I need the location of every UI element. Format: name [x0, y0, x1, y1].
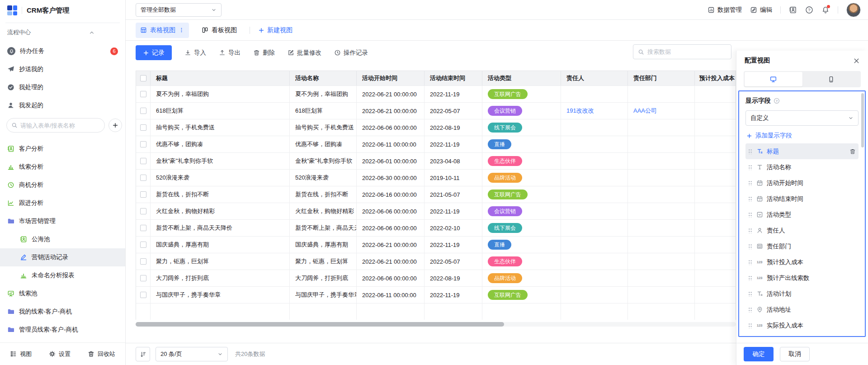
horizontal-scrollbar[interactable] — [136, 322, 736, 327]
data-scope-select[interactable]: 管理全部数据 — [136, 3, 222, 17]
field-item-dept[interactable]: 责任部门 — [745, 238, 859, 254]
edit-button[interactable]: 编辑 — [750, 6, 772, 14]
cancel-button[interactable]: 取消 — [780, 347, 810, 361]
batch-edit-button[interactable]: 批量修改 — [288, 49, 321, 57]
table-search-field[interactable] — [633, 44, 731, 59]
cell-title[interactable]: 火红金秋，购物好精彩 — [151, 203, 290, 219]
cell-dept-link[interactable] — [628, 203, 695, 219]
footer-view-button[interactable]: 视图 — [10, 350, 32, 358]
row-checkbox[interactable] — [140, 158, 146, 164]
notifications-button[interactable] — [821, 6, 830, 14]
confirm-button[interactable]: 确定 — [744, 347, 774, 361]
cell-owner-link[interactable] — [561, 220, 628, 236]
operation-log-button[interactable]: 操作记录 — [334, 49, 368, 57]
cell-title[interactable]: 新货在线，折扣不断 — [151, 186, 290, 203]
drag-handle-icon[interactable] — [748, 148, 752, 154]
cell-title[interactable]: 520浪漫来袭 — [151, 170, 290, 186]
row-checkbox[interactable] — [140, 275, 146, 281]
cell-owner-link[interactable] — [561, 287, 628, 303]
field-item-activity-type[interactable]: 活动类型 — [745, 207, 859, 223]
table-row[interactable]: 新货不断上架，商品天天降价 新货不断上架，商品天天降价 2022-06-06 0… — [136, 219, 736, 236]
sidebar-item-admin-leads[interactable]: 管理员线索-客户-商机 — [0, 321, 125, 339]
cell-dept-link[interactable] — [628, 270, 695, 286]
row-checkbox[interactable] — [140, 91, 146, 97]
field-item-activity-address[interactable]: 活动地址 — [745, 302, 859, 318]
cell-dept-link[interactable] — [628, 170, 695, 186]
footer-settings-button[interactable]: 设置 — [49, 350, 71, 358]
drag-handle-icon[interactable] — [748, 228, 752, 233]
column-header-end-time[interactable]: 活动结束时间 — [425, 71, 482, 85]
help-button[interactable]: ? — [805, 6, 813, 14]
sidebar-item-public-pool[interactable]: 公海池 — [0, 230, 125, 248]
cell-owner-link[interactable] — [561, 170, 628, 186]
cell-owner-link[interactable] — [561, 186, 628, 203]
drag-handle-icon[interactable] — [748, 243, 752, 249]
sidebar-item-followup-analysis[interactable]: 跟进分析 — [0, 194, 125, 212]
cell-title[interactable]: 与国庆甲子，携手奏华章 — [151, 287, 290, 303]
column-header-owner[interactable]: 责任人 — [561, 71, 628, 85]
delete-button[interactable]: 删除 — [253, 49, 275, 57]
sidebar-item-customer-analysis[interactable]: 客户分析 — [0, 140, 125, 158]
import-button[interactable]: 导入 — [184, 49, 206, 57]
cell-owner-link[interactable] — [561, 203, 628, 219]
cell-dept-link[interactable] — [628, 86, 695, 102]
add-form-button[interactable] — [108, 119, 122, 132]
form-search-field[interactable] — [6, 118, 105, 133]
table-row[interactable]: 新货在线，折扣不断 新货在线，折扣不断 2022-06-16 00:00:00 … — [136, 186, 736, 203]
field-item-end-time[interactable]: 7 活动结束时间 — [745, 191, 859, 207]
table-row[interactable]: 与国庆甲子，携手奏华章 与国庆甲子，携手奏华章 2022-06-11 00:00… — [136, 286, 736, 303]
column-header-activity-type[interactable]: 活动类型 — [482, 71, 561, 85]
field-item-owner[interactable]: 责任人 — [745, 223, 859, 238]
close-icon[interactable] — [853, 57, 860, 64]
field-mode-select[interactable]: 自定义 — [745, 110, 859, 126]
cell-owner-link[interactable] — [561, 253, 628, 270]
row-checkbox[interactable] — [140, 175, 146, 181]
sidebar-item-opportunity-analysis[interactable]: 商机分析 — [0, 176, 125, 194]
table-row[interactable]: 夏不为例，幸福团购 夏不为例，幸福团购 2022-06-21 00:00:00 … — [136, 85, 736, 102]
sidebar-item-marketing-activity-records[interactable]: 营销活动记录 — [0, 248, 125, 266]
sidebar-item-marketing-management[interactable]: 市场营销管理 — [0, 212, 125, 230]
mobile-mode-button[interactable] — [802, 72, 860, 86]
row-checkbox[interactable] — [140, 292, 146, 298]
cell-dept-link[interactable] — [628, 237, 695, 253]
cell-dept-link[interactable] — [628, 287, 695, 303]
select-all-checkbox[interactable] — [140, 75, 146, 81]
sidebar-item-unnamed-report[interactable]: 未命名分析报表 — [0, 266, 125, 284]
drag-handle-icon[interactable] — [748, 259, 752, 265]
field-item-actual-sales[interactable]: 123 实际销售额 — [745, 333, 859, 337]
sidebar-item-initiated-by-me[interactable]: 我发起的 — [0, 96, 125, 114]
sidebar-item-lead-pool[interactable]: 线索池 — [0, 284, 125, 303]
column-header-activity-name[interactable]: 活动名称 — [290, 71, 357, 85]
table-row[interactable]: 火红金秋，购物好精彩 火红金秋，购物好精彩 2022-06-06 00:00:0… — [136, 203, 736, 219]
add-display-field-button[interactable]: 添加显示字段 — [745, 132, 859, 140]
tab-board-view[interactable]: 看板视图 — [197, 23, 241, 38]
table-row[interactable]: 优惠不够，团购凑 优惠不够，团购凑 2022-06-11 00:00:00 20… — [136, 136, 736, 152]
cell-dept-link[interactable]: AAA公司 — [628, 103, 695, 119]
column-header-budget[interactable]: 预计投入成本 — [695, 71, 736, 85]
field-item-title[interactable]: 标题 — [745, 143, 859, 159]
cell-title[interactable]: 国庆盛典，厚惠有期 — [151, 237, 290, 253]
drag-handle-icon[interactable] — [748, 180, 752, 186]
cell-title[interactable]: 大刀阔斧，打折到底 — [151, 270, 290, 286]
cell-dept-link[interactable] — [628, 119, 695, 136]
sidebar-item-todo-tasks[interactable]: 待办任务 6 — [0, 42, 125, 60]
column-header-dept[interactable]: 责任部门 — [628, 71, 695, 85]
column-header-title[interactable]: 标题 — [151, 71, 290, 85]
chevron-up-icon[interactable] — [89, 30, 94, 35]
field-item-activity-plan[interactable]: 活动计划 — [745, 286, 859, 302]
footer-recycle-bin-button[interactable]: 回收站 — [88, 350, 115, 358]
table-row[interactable]: 大刀阔斧，打折到底 大刀阔斧，打折到底 2022-06-06 00:00:00 … — [136, 270, 736, 286]
table-row[interactable]: 618巨划算 618巨划算 2022-06-21 00:00:00 2022-0… — [136, 102, 736, 119]
table-row[interactable]: 金秋"豪"礼拿到你手软 金秋"豪"礼拿到你手软 2022-06-01 00:00… — [136, 152, 736, 169]
row-checkbox[interactable] — [140, 258, 146, 265]
cell-owner-link[interactable] — [561, 119, 628, 136]
cell-dept-link[interactable] — [628, 136, 695, 152]
sidebar-section-process-center[interactable]: 流程中心 — [0, 23, 125, 42]
page-size-select[interactable]: 20 条/页 — [156, 347, 228, 361]
cell-owner-link[interactable] — [561, 86, 628, 102]
cell-owner-link[interactable]: 191改改改 — [561, 103, 628, 119]
table-row[interactable]: 抽号购买，手机免费送 抽号购买，手机免费送 2022-06-06 00:00:0… — [136, 119, 736, 136]
remove-field-icon[interactable] — [849, 148, 856, 155]
drag-handle-icon[interactable] — [748, 322, 752, 328]
drag-handle-icon[interactable] — [748, 164, 752, 170]
